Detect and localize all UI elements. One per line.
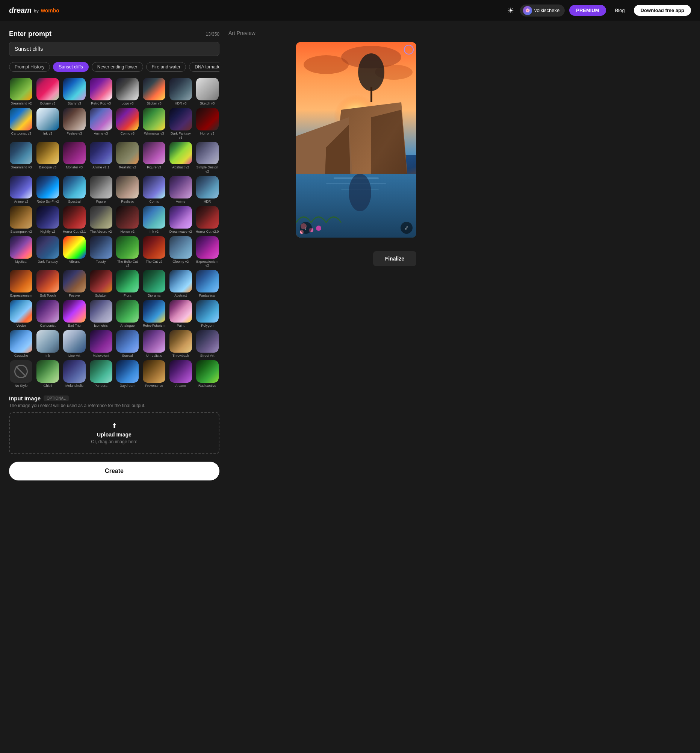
style-item-realisticv2[interactable]: Realistic v2 <box>115 142 140 174</box>
style-item-polygon[interactable]: Polygon <box>195 300 220 328</box>
style-item-starryv3[interactable]: Starry v3 <box>62 78 87 106</box>
style-item-inkv3[interactable]: Ink v3 <box>36 108 60 140</box>
style-item-buliocut[interactable]: The Bulio Cut v2 <box>115 236 140 268</box>
style-item-anime[interactable]: Anime <box>169 176 193 204</box>
style-item-melancholic[interactable]: Melancholic <box>62 360 87 388</box>
create-button[interactable]: Create <box>9 462 220 480</box>
style-item-dreamlandv3[interactable]: Dreamland v3 <box>9 142 33 174</box>
style-item-ink[interactable]: Ink <box>36 330 60 358</box>
tag-dna-tornado[interactable]: DNA tornado <box>189 62 220 72</box>
style-item-steampunkv2[interactable]: Steampunk v2 <box>9 206 33 234</box>
style-item-horrorv3[interactable]: Horror v3 <box>195 108 220 140</box>
style-label-provenance: Provenance <box>145 384 163 388</box>
style-label-lineart: Line-Art <box>69 354 80 358</box>
style-item-inkv2[interactable]: Ink v2 <box>142 206 167 234</box>
style-item-malevolent[interactable]: Malevolent <box>89 330 113 358</box>
style-item-whimsicalv3[interactable]: Whimsical v3 <box>142 108 167 140</box>
style-item-abstract[interactable]: Abstract <box>169 270 193 298</box>
theme-toggle-button[interactable]: ☀ <box>506 5 516 17</box>
style-item-hdr[interactable]: HDR <box>195 176 220 204</box>
style-item-softtouch[interactable]: Soft Touch <box>36 270 60 298</box>
art-expand-button[interactable]: ⤢ <box>401 222 413 234</box>
style-item-diorama[interactable]: Diorama <box>142 270 167 298</box>
style-item-comic[interactable]: Comic <box>142 176 167 204</box>
style-item-festivev2[interactable]: Festive <box>62 270 87 298</box>
style-item-ghibli[interactable]: Ghibli <box>36 360 60 388</box>
style-item-absurdv2[interactable]: The Absurd v2 <box>89 206 113 234</box>
style-item-splatter[interactable]: Splatter <box>89 270 113 298</box>
style-item-simpledesignv2[interactable]: Simple Design v2 <box>195 142 220 174</box>
art-download-button[interactable]: ↓ <box>300 222 312 234</box>
style-thumb-isometric <box>90 300 112 323</box>
style-item-comicv3[interactable]: Comic v3 <box>115 108 140 140</box>
style-item-lineart[interactable]: Line-Art <box>62 330 87 358</box>
premium-button[interactable]: PREMIUM <box>569 5 606 16</box>
style-item-figurev3[interactable]: Figure v3 <box>142 142 167 174</box>
tag-sunset-cliffs[interactable]: Sunset cliffs <box>53 62 88 72</box>
style-item-monsterv3[interactable]: Monster v3 <box>62 142 87 174</box>
style-label-retropopv3: Retro Pop v3 <box>91 102 111 106</box>
style-item-cartoonistv3[interactable]: Cartoonist v3 <box>9 108 33 140</box>
style-item-cartoonist[interactable]: Cartoonist <box>36 300 60 328</box>
style-item-unrealistic[interactable]: Unrealistic <box>142 330 167 358</box>
style-item-retroscifiv2[interactable]: Retro Sci-Fi v2 <box>36 176 60 204</box>
style-item-dreamlandv2[interactable]: Dreamland v2 <box>9 78 33 106</box>
style-item-expressionism[interactable]: Expressionism <box>9 270 33 298</box>
style-item-expressionismv2[interactable]: Expressionism v2 <box>195 236 220 268</box>
style-item-nightlyv2[interactable]: Nightly v2 <box>36 206 60 234</box>
tag-never-ending-flower[interactable]: Never ending flower <box>92 62 143 72</box>
style-item-isometric[interactable]: Isometric <box>89 300 113 328</box>
style-item-gouache[interactable]: Gouache <box>9 330 33 358</box>
tag-prompt-history[interactable]: Prompt History <box>9 62 50 72</box>
style-item-sketchv3[interactable]: Sketch v3 <box>195 78 220 106</box>
style-item-darkfantasy[interactable]: Dark Fantasy <box>36 236 60 268</box>
style-item-radioactive[interactable]: Radioactive <box>195 360 220 388</box>
style-item-provenance[interactable]: Provenance <box>142 360 167 388</box>
style-item-baroquev3[interactable]: Baroque v3 <box>36 142 60 174</box>
style-item-darkfantasyv3[interactable]: Dark Fantasy v3 <box>169 108 193 140</box>
tag-fire-and-water[interactable]: Fire and water <box>146 62 186 72</box>
style-item-horrorcutv21[interactable]: Horror Cut v2.1 <box>62 206 87 234</box>
style-item-vibrant[interactable]: Vibrant <box>62 236 87 268</box>
style-item-logov3[interactable]: Logo v3 <box>115 78 140 106</box>
style-thumb-badtrip <box>63 300 86 323</box>
blog-button[interactable]: Blog <box>611 5 629 16</box>
style-item-fantastical[interactable]: Fantastical <box>195 270 220 298</box>
style-item-hdrv3[interactable]: HDR v3 <box>169 78 193 106</box>
style-item-flora[interactable]: Flora <box>115 270 140 298</box>
style-item-stickerv3[interactable]: Sticker v3 <box>142 78 167 106</box>
style-item-abstractv2[interactable]: Abstract v2 <box>169 142 193 174</box>
style-item-animev3[interactable]: Anime v3 <box>89 108 113 140</box>
style-item-dreamwavev2[interactable]: Dreamwave v2 <box>169 206 193 234</box>
style-item-animev2[interactable]: Anime v2 <box>9 176 33 204</box>
style-item-animev21[interactable]: Anime v2.1 <box>89 142 113 174</box>
style-item-cutv2[interactable]: The Cut v2 <box>142 236 167 268</box>
finalize-button[interactable]: Finalize <box>373 251 416 266</box>
style-item-surreal[interactable]: Surreal <box>115 330 140 358</box>
style-item-retrofuturism[interactable]: Retro-Futurism <box>142 300 167 328</box>
style-item-figure[interactable]: Figure <box>89 176 113 204</box>
style-item-vector[interactable]: Vector <box>9 300 33 328</box>
style-item-analogue[interactable]: Analogue <box>115 300 140 328</box>
style-item-arcane[interactable]: Arcane <box>169 360 193 388</box>
style-item-nostyle[interactable]: No Style <box>9 360 33 388</box>
download-button[interactable]: Download free app <box>634 5 691 16</box>
upload-zone[interactable]: ⬆ Upload Image Or, drag an image here <box>9 412 220 454</box>
style-item-spectral[interactable]: Spectral <box>62 176 87 204</box>
style-item-gloomyv2[interactable]: Gloomy v2 <box>169 236 193 268</box>
style-item-mystical[interactable]: Mystical <box>9 236 33 268</box>
style-item-badtrip[interactable]: Bad Trip <box>62 300 87 328</box>
style-item-botanyv3[interactable]: Botany v3 <box>36 78 60 106</box>
style-item-horrorcutv20[interactable]: Horror Cut v2.0 <box>195 206 220 234</box>
style-item-daydream[interactable]: Daydream <box>115 360 140 388</box>
style-item-toasty[interactable]: Toasty <box>89 236 113 268</box>
style-item-retropopv3[interactable]: Retro Pop v3 <box>89 78 113 106</box>
prompt-input[interactable] <box>9 42 220 56</box>
style-item-streetart[interactable]: Street Art <box>195 330 220 358</box>
style-item-pandora[interactable]: Pandora <box>89 360 113 388</box>
style-item-horrorv2[interactable]: Horror v2 <box>115 206 140 234</box>
style-item-paint[interactable]: Paint <box>169 300 193 328</box>
style-item-realistic[interactable]: Realistic <box>115 176 140 204</box>
style-item-throwback[interactable]: Throwback <box>169 330 193 358</box>
style-item-festivev3[interactable]: Festive v3 <box>62 108 87 140</box>
